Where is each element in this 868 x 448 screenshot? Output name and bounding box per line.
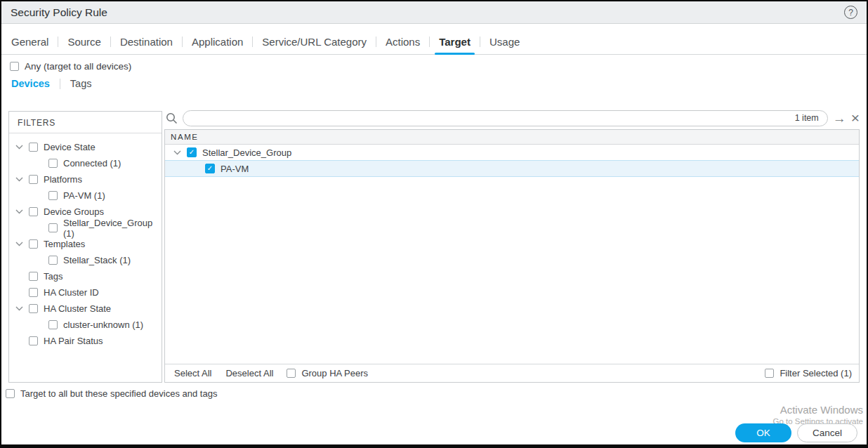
device-table: NAME ✓ Stellar_Device_Group ✓ PA-VM Sele… xyxy=(164,129,860,383)
filter-label: Stellar_Stack (1) xyxy=(63,255,131,265)
search-pill: 1 item xyxy=(183,110,828,126)
deselect-all-button[interactable]: Deselect All xyxy=(222,368,277,378)
filter-checkbox-ha-cluster-state[interactable] xyxy=(29,304,38,313)
filter-item-connected[interactable]: Connected (1) xyxy=(9,155,162,171)
tab-service-url-category[interactable]: Service/URL Category xyxy=(253,36,376,48)
tab-usage[interactable]: Usage xyxy=(480,36,529,48)
filters-title: FILTERS xyxy=(9,112,162,133)
subtab-tags[interactable]: Tags xyxy=(70,78,92,89)
dialog-actions: OK Cancel xyxy=(735,423,857,442)
table-row-stellar-device-group[interactable]: ✓ Stellar_Device_Group xyxy=(165,145,859,161)
ok-button[interactable]: OK xyxy=(735,423,791,442)
table-row-pa-vm[interactable]: ✓ PA-VM xyxy=(165,161,859,177)
filter-checkbox-templates[interactable] xyxy=(29,239,38,249)
subtab-bar: Devices Tags xyxy=(11,78,867,89)
activate-windows-watermark: Activate Windows Go to Settings to activ… xyxy=(773,404,864,426)
filter-checkbox-ha-cluster-id[interactable] xyxy=(29,288,38,297)
search-row: 1 item → × xyxy=(166,109,860,127)
tab-actions[interactable]: Actions xyxy=(376,36,429,48)
filter-item-ha-cluster-state[interactable]: HA Cluster State xyxy=(9,301,162,317)
filter-label: Platforms xyxy=(44,174,82,185)
filter-checkbox-cluster-unknown[interactable] xyxy=(48,320,58,329)
filter-checkbox-device-state[interactable] xyxy=(29,143,38,152)
filter-label: HA Cluster State xyxy=(44,303,111,314)
any-target-checkbox[interactable] xyxy=(10,62,19,71)
chevron-down-icon[interactable] xyxy=(15,306,23,311)
tab-application[interactable]: Application xyxy=(183,36,252,48)
negate-target-row: Target to all but these specified device… xyxy=(6,388,217,399)
tab-source[interactable]: Source xyxy=(58,36,110,48)
filter-item-stellar-stack[interactable]: Stellar_Stack (1) xyxy=(9,252,162,268)
filter-item-ha-cluster-id[interactable]: HA Cluster ID xyxy=(9,284,162,301)
filter-label: Templates xyxy=(44,239,85,249)
filter-checkbox-pa-vm[interactable] xyxy=(48,191,58,200)
select-all-button[interactable]: Select All xyxy=(171,368,215,378)
item-count-badge: 1 item xyxy=(795,113,819,123)
tab-bar: General Source Destination Application S… xyxy=(1,24,867,55)
tab-general[interactable]: General xyxy=(11,36,58,48)
filter-checkbox-platforms[interactable] xyxy=(29,175,38,184)
watermark-line1: Activate Windows xyxy=(773,404,864,416)
column-header-name[interactable]: NAME xyxy=(165,130,859,145)
subtab-devices[interactable]: Devices xyxy=(11,78,50,89)
clear-filter-close-icon[interactable]: × xyxy=(851,110,860,125)
filter-label: HA Pair Status xyxy=(44,336,103,346)
chevron-down-icon[interactable] xyxy=(15,177,23,182)
check-icon: ✓ xyxy=(207,165,213,172)
filter-label: Device State xyxy=(44,142,96,152)
search-input[interactable] xyxy=(190,113,795,124)
any-target-row: Any (target to all devices) xyxy=(10,61,867,72)
chevron-down-icon[interactable] xyxy=(173,150,181,155)
apply-filter-arrow-icon[interactable]: → xyxy=(833,112,846,125)
tab-target[interactable]: Target xyxy=(430,36,480,48)
dialog-titlebar: Security Policy Rule ? xyxy=(1,1,867,24)
subtab-divider xyxy=(60,79,60,89)
negate-target-checkbox[interactable] xyxy=(6,389,15,398)
filter-item-pa-vm[interactable]: PA-VM (1) xyxy=(9,187,162,204)
filter-checkbox-stellar-stack[interactable] xyxy=(48,256,58,265)
group-ha-peers-control: Group HA Peers xyxy=(287,368,368,378)
group-ha-peers-label: Group HA Peers xyxy=(301,368,368,378)
filter-item-stellar-device-group[interactable]: Stellar_Device_Group (1) xyxy=(9,220,162,236)
filter-label: Tags xyxy=(44,271,63,282)
filter-checkbox-tags[interactable] xyxy=(29,272,38,281)
filter-selected-checkbox[interactable] xyxy=(765,369,774,378)
group-ha-peers-checkbox[interactable] xyxy=(287,369,296,378)
filters-panel: FILTERS Device State Connected (1) Platf… xyxy=(8,111,162,383)
filter-item-platforms[interactable]: Platforms xyxy=(9,171,162,187)
filter-label: Device Groups xyxy=(44,206,104,217)
check-icon: ✓ xyxy=(189,149,195,156)
chevron-down-icon[interactable] xyxy=(15,145,23,150)
filter-checkbox-stellar-device-group[interactable] xyxy=(48,223,58,232)
row-checkbox-pa-vm[interactable]: ✓ xyxy=(205,164,215,173)
filter-label: Stellar_Device_Group (1) xyxy=(63,218,162,239)
security-policy-rule-dialog: Security Policy Rule ? General Source De… xyxy=(0,0,868,448)
filter-selected-control: Filter Selected (1) xyxy=(765,368,852,378)
dialog-title: Security Policy Rule xyxy=(11,6,107,19)
filter-selected-label: Filter Selected (1) xyxy=(780,368,852,378)
chevron-down-icon[interactable] xyxy=(15,242,23,246)
chevron-down-icon[interactable] xyxy=(15,209,23,214)
filter-item-device-state[interactable]: Device State xyxy=(9,139,162,155)
negate-target-label: Target to all but these specified device… xyxy=(20,388,217,399)
filter-item-ha-pair-status[interactable]: HA Pair Status xyxy=(9,333,162,349)
any-target-label: Any (target to all devices) xyxy=(25,61,131,72)
tab-destination[interactable]: Destination xyxy=(111,36,182,48)
filters-list: Device State Connected (1) Platforms PA-… xyxy=(9,133,162,349)
filter-label: cluster-unknown (1) xyxy=(63,319,143,330)
cancel-button[interactable]: Cancel xyxy=(797,423,857,442)
filter-label: Connected (1) xyxy=(63,158,121,169)
filter-item-cluster-unknown[interactable]: cluster-unknown (1) xyxy=(9,317,162,333)
filter-item-tags[interactable]: Tags xyxy=(9,268,162,284)
filter-checkbox-device-groups[interactable] xyxy=(29,207,38,216)
row-label: PA-VM xyxy=(221,164,249,174)
search-icon xyxy=(166,112,178,124)
row-checkbox-stellar-device-group[interactable]: ✓ xyxy=(187,147,197,157)
row-label: Stellar_Device_Group xyxy=(202,147,291,158)
filter-label: PA-VM (1) xyxy=(63,190,105,201)
table-empty-area xyxy=(165,177,859,364)
filter-checkbox-connected[interactable] xyxy=(48,159,58,168)
help-icon[interactable]: ? xyxy=(844,6,857,19)
table-footer: Select All Deselect All Group HA Peers F… xyxy=(165,364,859,382)
filter-checkbox-ha-pair-status[interactable] xyxy=(29,336,38,345)
